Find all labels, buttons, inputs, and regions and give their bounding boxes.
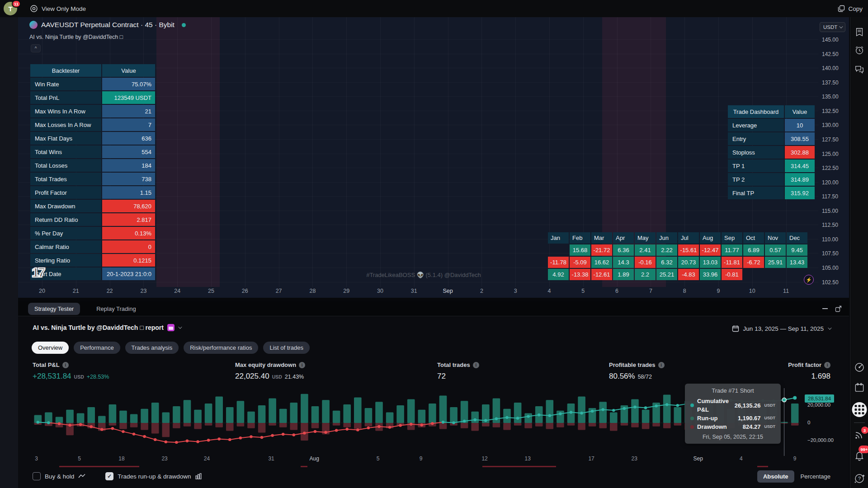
month-value-cell: -0.81 — [722, 269, 742, 280]
tester-tab-bar: Strategy TesterReplay Trading — [18, 301, 849, 316]
time-tick-label: 5 — [581, 288, 585, 294]
broadcast-icon[interactable]: 3 — [854, 429, 865, 440]
month-header-cell: Jun — [656, 232, 677, 244]
price-chart-panel[interactable]: AAVEUSDT Perpetual Contract · 45 · Bybit… — [18, 17, 849, 298]
equity-y-label: 20,000.00 — [807, 402, 830, 408]
notifications-badge: 99+ — [859, 446, 868, 453]
runup-drawdown-checkbox[interactable]: ✓ — [105, 472, 113, 480]
grid-line-vertical — [346, 17, 347, 287]
chevron-down-icon — [839, 24, 843, 28]
currency-label: USDT — [823, 24, 837, 30]
table-row-value: 302.88 — [785, 146, 815, 159]
month-value-cell: -12.61 — [591, 269, 612, 280]
price-tick-label: 107.50 — [822, 250, 839, 257]
collapse-panel-button[interactable]: ^ — [31, 44, 41, 52]
percentage-button[interactable]: Percentage — [801, 473, 831, 480]
time-tick-label: 10 — [749, 288, 755, 294]
tester-tab-replay-trading[interactable]: Replay Trading — [90, 303, 142, 315]
grid-line-vertical — [211, 17, 212, 287]
stat-label: Total P&Li — [33, 361, 109, 368]
equity-x-label: 24 — [204, 455, 210, 462]
month-value-cell: -12.47 — [700, 244, 721, 256]
backtester-table: BacktesterValueWin Rate75.07%Total PnL12… — [30, 64, 155, 280]
price-tick-label: 145.00 — [822, 37, 839, 43]
help-icon[interactable]: ? — [854, 473, 865, 484]
alert-clock-icon[interactable] — [854, 45, 864, 55]
equity-x-label: 5 — [377, 455, 380, 462]
info-icon: i — [62, 362, 69, 368]
month-value-cell: 4.92 — [548, 269, 569, 280]
calendar-icon[interactable] — [854, 382, 864, 393]
equity-x-label: 12 — [481, 455, 487, 462]
calendar-icon — [732, 325, 739, 332]
drawdown-period-marker — [59, 466, 139, 467]
section-tab-performance[interactable]: Performance — [74, 342, 120, 354]
time-tick-label: 20 — [39, 288, 45, 294]
time-tick-label: 9 — [717, 288, 720, 294]
section-tab-list-of-trades[interactable]: List of trades — [263, 342, 309, 354]
buy-hold-toggle[interactable]: Buy & hold — [33, 472, 85, 480]
section-tab-risk-performance-ratios[interactable]: Risk/performance ratios — [184, 342, 258, 354]
user-avatar[interactable]: T 11 — [4, 2, 17, 15]
equity-x-label: 3 — [35, 455, 38, 462]
month-value-cell: -0.16 — [635, 257, 656, 268]
date-range-label: Jun 13, 2025 — Sep 11, 2025 — [743, 325, 824, 332]
month-header-cell: Feb — [570, 232, 590, 244]
section-tab-trades-analysis[interactable]: Trades analysis — [125, 342, 179, 354]
section-tab-overview[interactable]: Overview — [32, 342, 69, 354]
table-row-label: Leverage — [728, 119, 784, 131]
report-title-row[interactable]: AI vs. Ninja Turtle by @DaviddTech □ rep… — [33, 324, 181, 331]
bar-chart-icon — [195, 473, 202, 479]
copy-button[interactable]: Copy — [838, 5, 863, 12]
price-tick-label: 127.50 — [822, 136, 839, 143]
equity-y-label: −20,000.00 — [807, 437, 834, 443]
time-tick-label: 29 — [343, 288, 349, 294]
runup-drawdown-label: Trades run-up & drawdown — [118, 473, 191, 480]
tester-tab-strategy-tester[interactable]: Strategy Tester — [28, 303, 80, 315]
grid-line-horizontal — [18, 39, 818, 40]
maximize-panel-icon[interactable] — [835, 305, 842, 312]
time-tick-label: 25 — [208, 288, 214, 294]
buy-hold-checkbox[interactable] — [33, 472, 41, 480]
table-row-label: TP 1 — [728, 160, 784, 172]
month-header-cell: Dec — [787, 232, 807, 244]
table-row-value: 123549 USDT — [102, 91, 155, 104]
notifications-bell-icon[interactable]: 99+ — [854, 450, 865, 461]
time-tick-label: 31 — [411, 288, 417, 294]
date-range-selector[interactable]: Jun 13, 2025 — Sep 11, 2025 — [732, 325, 830, 332]
symbol-header[interactable]: AAVEUSDT Perpetual Contract · 45 · Bybit — [29, 21, 186, 29]
month-value-cell: -11.81 — [722, 257, 742, 268]
target-icon[interactable] — [854, 362, 865, 373]
month-header-cell: Jul — [678, 232, 699, 244]
month-value-cell: 0.57 — [765, 244, 786, 256]
price-tick-label: 135.00 — [822, 94, 839, 100]
runup-drawdown-toggle[interactable]: ✓ Trades run-up & drawdown — [105, 472, 201, 480]
month-value-cell: -15.61 — [678, 244, 699, 256]
table-row-label: Total Trades — [30, 173, 101, 185]
table-row-value: 75.07% — [102, 78, 155, 90]
left-toolbar-strip — [0, 17, 18, 488]
price-tick-label: 132.50 — [822, 108, 839, 114]
chat-icon[interactable] — [854, 65, 864, 75]
purple-calendar-icon — [167, 324, 175, 331]
info-icon: i — [299, 362, 305, 368]
table-row-value: 10 — [785, 119, 815, 131]
tooltip-series-dot — [690, 425, 694, 429]
apps-grid-icon[interactable] — [852, 402, 867, 417]
chevron-down-icon — [828, 326, 831, 329]
lightning-bolt-icon[interactable]: ⚡ — [804, 275, 814, 285]
watchlist-icon[interactable] — [854, 27, 864, 37]
month-value-cell: -4.83 — [678, 269, 699, 280]
report-title: AI vs. Ninja Turtle by @DaviddTech □ rep… — [33, 324, 164, 331]
absolute-button[interactable]: Absolute — [757, 470, 794, 483]
table-row-label: Total Wins — [30, 145, 101, 158]
minimize-panel-icon[interactable] — [822, 308, 828, 309]
month-value-cell: 11.77 — [722, 244, 742, 256]
grid-line-vertical — [448, 17, 448, 287]
month-header-cell: Jan — [548, 232, 569, 244]
currency-selector[interactable]: USDT — [820, 22, 845, 32]
drawdown-period-marker — [482, 466, 556, 467]
month-header-cell: Oct — [743, 232, 764, 244]
month-value-cell: 2.22 — [656, 244, 677, 256]
month-value-cell — [765, 269, 786, 280]
